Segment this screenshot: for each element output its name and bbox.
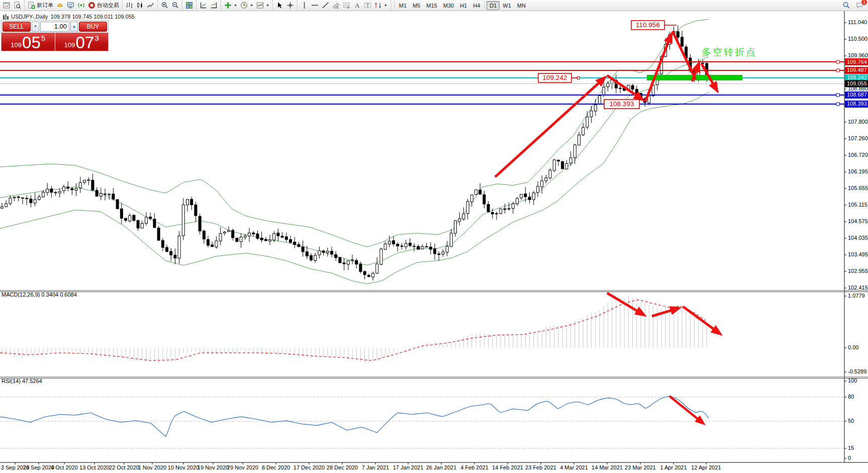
crosshair-button[interactable] <box>285 1 296 11</box>
trendline-icon <box>322 2 329 9</box>
line-chart-button[interactable] <box>145 1 156 11</box>
new-order-button-label: 新订单 <box>37 2 53 9</box>
buy-price-sup: 3 <box>94 34 99 42</box>
svg-text:7 Jan 2021: 7 Jan 2021 <box>362 464 389 470</box>
notification-badge: 1 <box>861 0 867 6</box>
svg-text:0: 0 <box>848 455 851 461</box>
line-chart-icon <box>147 2 154 9</box>
search-button[interactable] <box>841 1 851 11</box>
zoom-out-icon <box>171 2 179 9</box>
profile-right-icon <box>210 2 218 9</box>
timeframe-m15-button[interactable]: M15 <box>423 1 440 10</box>
svg-text:1 Nov 2020: 1 Nov 2020 <box>138 464 166 470</box>
svg-text:102.415: 102.415 <box>848 285 868 291</box>
buy-button[interactable]: BUY <box>79 22 107 32</box>
buy-price-big: 07 <box>76 36 94 50</box>
svg-text:110.500: 110.500 <box>848 36 867 42</box>
one-click-trade-widget: SELL ▼ 1.00 ▲ BUY 109 05 5 109 07 3 <box>1 20 109 51</box>
svg-text:29 Nov 2020: 29 Nov 2020 <box>227 464 258 470</box>
sell-price-panel[interactable]: 109 05 5 <box>2 33 55 51</box>
text-label-button[interactable]: T <box>362 1 373 11</box>
trendline-button[interactable] <box>320 1 331 11</box>
timeframe-h4-button[interactable]: H4 <box>470 1 483 10</box>
price-badge-108.393: 108.393 <box>845 101 868 108</box>
timeframe-m1-button[interactable]: M1 <box>396 1 410 10</box>
candle-chart-button[interactable] <box>135 1 145 11</box>
timeframe-w1-button[interactable]: W1 <box>500 1 514 10</box>
svg-text:109.242: 109.242 <box>543 74 567 81</box>
channel-button[interactable]: E <box>331 1 341 11</box>
svg-text:111.040: 111.040 <box>848 19 867 25</box>
signal-icon <box>77 2 85 9</box>
zoom-out-button[interactable] <box>170 1 180 11</box>
page-preview-button[interactable] <box>12 1 23 11</box>
svg-text:4 Oct 2020: 4 Oct 2020 <box>51 464 78 470</box>
svg-text:103.495: 103.495 <box>848 251 868 257</box>
turning-point-text[interactable]: 多空转折点 <box>702 47 757 57</box>
price-badge-109.764: 109.764 <box>845 58 868 65</box>
arrows-button[interactable]: ▼ <box>373 1 389 11</box>
auto-trading-button-label: 自动交易 <box>97 2 119 9</box>
clock-icon <box>240 2 248 9</box>
ohlc-values: 109.378 109.745 109.011 109.055 <box>51 14 135 20</box>
cursor-button[interactable] <box>274 1 285 11</box>
sell-price-big: 05 <box>22 36 41 50</box>
chart-title: USDJPY-,Daily 109.378 109.745 109.011 10… <box>3 14 135 20</box>
tile-windows-button[interactable] <box>184 1 195 11</box>
svg-text:19 Nov 2020: 19 Nov 2020 <box>198 464 229 470</box>
profile-button[interactable] <box>198 1 209 11</box>
timeframe-m5-button[interactable]: M5 <box>410 1 423 10</box>
svg-text:0.00: 0.00 <box>848 344 858 350</box>
templates-button[interactable]: ▼ <box>255 1 271 11</box>
svg-text:1.0779: 1.0779 <box>848 293 865 299</box>
fibo-icon: F <box>343 2 350 9</box>
svg-text:17 Dec 2020: 17 Dec 2020 <box>294 464 325 470</box>
svg-text:28 Dec 2020: 28 Dec 2020 <box>327 464 358 470</box>
notifications-button[interactable]: 1 <box>854 1 865 11</box>
gold-button[interactable] <box>55 1 65 11</box>
timeframe-d1-button[interactable]: D1 <box>487 1 500 10</box>
indicators-button[interactable]: ▼ <box>223 1 239 11</box>
volume-input[interactable]: 1.00 <box>40 22 69 32</box>
svg-text:109.487: 109.487 <box>847 67 867 73</box>
text-button[interactable]: A <box>352 1 362 11</box>
timeframe-h1-button[interactable]: H1 <box>457 1 470 10</box>
auto-trading-button[interactable]: 自动交易 <box>86 1 121 11</box>
svg-text:80: 80 <box>848 394 854 400</box>
bar-chart-icon <box>126 2 133 9</box>
price-badge-108.687: 108.687 <box>845 91 868 99</box>
market-watch-button[interactable] <box>65 1 76 11</box>
toolbar: 新订单自动交易▼▼▼EFAT▼ M1M5M15M30H1H4D1W1MN 1 <box>0 0 868 11</box>
svg-text:14 Feb 2021: 14 Feb 2021 <box>492 464 523 470</box>
timeframe-m30-button[interactable]: M30 <box>440 1 457 10</box>
chart-window-button[interactable] <box>2 1 12 11</box>
chart-surface[interactable]: 110.956109.242108.393多空转折点111.040110.500… <box>0 0 868 473</box>
symbol-period-label: USDJPY-,Daily <box>11 14 48 20</box>
buy-price-panel[interactable]: 109 07 3 <box>55 33 109 51</box>
periods-button[interactable]: ▼ <box>239 1 255 11</box>
svg-text:109.055: 109.055 <box>847 80 867 86</box>
sell-button[interactable]: SELL <box>3 22 31 32</box>
signals-button[interactable] <box>76 1 86 11</box>
vline-button[interactable] <box>299 1 310 11</box>
new-order-button[interactable]: 新订单 <box>26 1 55 11</box>
svg-text:24 Sep 2020: 24 Sep 2020 <box>23 464 54 470</box>
page-preview-icon <box>14 2 21 9</box>
text-icon: A <box>353 2 361 9</box>
svg-text:108.393: 108.393 <box>610 100 634 108</box>
hline-button[interactable] <box>310 1 320 11</box>
svg-text:26 Jan 2021: 26 Jan 2021 <box>426 464 457 470</box>
zoom-in-button[interactable] <box>159 1 170 11</box>
svg-text:102.955: 102.955 <box>848 268 868 274</box>
volume-decrease-button[interactable]: ▼ <box>32 22 39 32</box>
profile2-button[interactable] <box>209 1 219 11</box>
bar-chart-button[interactable] <box>124 1 135 11</box>
chart-window-icon <box>3 2 11 9</box>
market-monitor-icon <box>67 2 74 9</box>
low-price-label[interactable]: 108.393 <box>604 100 639 109</box>
timeframe-mn-button[interactable]: MN <box>514 1 529 10</box>
svg-text:106.195: 106.195 <box>848 168 868 174</box>
volume-increase-button[interactable]: ▲ <box>70 22 78 32</box>
svg-text:23 Mar 2021: 23 Mar 2021 <box>625 464 656 470</box>
fibonacci-button[interactable]: F <box>341 1 352 11</box>
